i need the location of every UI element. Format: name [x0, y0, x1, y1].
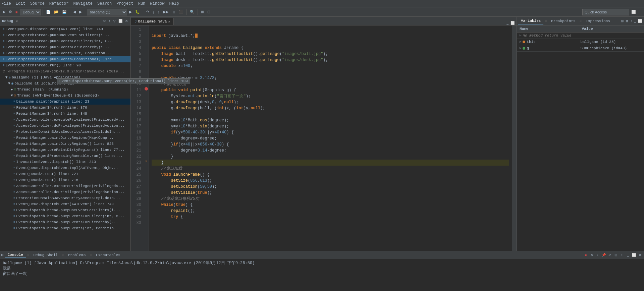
frame-item-10[interactable]: ≡ InvocationEvent.dispatch() line: 313 [0, 159, 130, 165]
frame-item-8[interactable]: ≡ RepaintManager.prePaintDirtyRegions() … [0, 147, 130, 153]
console-btn-min[interactable]: _ [625, 252, 631, 258]
vars-row-0[interactable]: ▷ no method return value [517, 33, 644, 39]
toolbar-btn-step-into[interactable]: ↓ [151, 9, 156, 15]
tab-debug-shell[interactable]: Debug Shell [31, 252, 60, 258]
vars-expand-1[interactable]: ▷ [520, 39, 521, 45]
vars-row-2[interactable]: ▷ g SunGraphics2D (id=48) [517, 45, 644, 52]
tab-close-btn[interactable]: ✕ [168, 20, 170, 23]
frame-item-21[interactable]: ≡ EventDispatchThread.pumpEvents(int, Co… [0, 225, 130, 231]
vars-btn-3[interactable]: ↕ [630, 19, 633, 23]
frame-item-11[interactable]: ≡ EventQueue.dispatchEventImpl(AWTEvent,… [0, 165, 130, 171]
editor-panel-btn-min[interactable]: _ [506, 21, 509, 25]
frame-item-17[interactable]: ≡ EventQueue.dispatchEvent(AWTEvent) lin… [0, 201, 130, 207]
frame-item-20[interactable]: ≡ EventDispatchThread.pumpEventsForHiera… [0, 219, 130, 225]
frame-item-18[interactable]: ≡ EventDispatchThread.pumpOneEventForFil… [0, 207, 130, 213]
frame-item-16[interactable]: ≡ ProtectionDomain$JavaSecurityAccessImp… [0, 195, 130, 201]
toolbar-btn-suspend[interactable]: ⏸ [170, 9, 177, 15]
editor-scrollbar[interactable] [512, 25, 517, 251]
vars-expand-0[interactable]: ▷ [520, 33, 521, 38]
tab-executables[interactable]: Executables [93, 252, 123, 258]
toolbar-btn-open[interactable]: 📂 [53, 9, 60, 15]
frame-item-7[interactable]: ≡ RepaintManager.paintDirtyRegions() lin… [0, 141, 130, 147]
toolbar-btn-step-over[interactable]: ↷ [145, 9, 151, 15]
app-node-expand-0[interactable]: ▼ [5, 75, 8, 80]
tab-console[interactable]: Console [5, 252, 26, 258]
frame-item-1[interactable]: ≡ RepaintManager$4.run() line: 876 [0, 105, 130, 111]
toolbar-btn-search[interactable]: 🔍 [189, 9, 196, 15]
toolbar-btn-minimize[interactable]: _ [638, 9, 643, 15]
toolbar-btn-resume[interactable]: ▶▶ [162, 9, 170, 15]
vars-row-1[interactable]: ▷ this ballgame (id=35) [517, 39, 644, 45]
menu-run[interactable]: Run [138, 1, 146, 6]
menu-navigate[interactable]: Navigate [73, 1, 93, 6]
toolbar-btn-step-out[interactable]: ↑ [156, 9, 161, 15]
menu-source[interactable]: Source [30, 1, 45, 6]
console-btn-close[interactable]: ✕ [637, 252, 643, 258]
debug-panel-btn-2[interactable]: ↕ [108, 19, 111, 23]
toolbar-btn-debug-arrow[interactable]: ▶ [1, 9, 7, 15]
vars-btn-1[interactable]: ⊞ [620, 19, 624, 23]
toolbar-btn-perspective2[interactable]: ⊡ [206, 9, 212, 15]
debug-config-dropdown[interactable]: Debug [20, 9, 41, 15]
frame-item-5[interactable]: ≡ ProtectionDomain$JavaSecurityAccessImp… [0, 129, 130, 135]
frame-item-9[interactable]: ≡ RepaintManager$ProcessingRunnable.run(… [0, 153, 130, 159]
frame-selected[interactable]: ≡ ballgame.paint(Graphics) line: 23 [0, 99, 130, 105]
menu-edit[interactable]: Edit [16, 1, 25, 6]
toolbar-btn-run[interactable]: ▶ [128, 9, 133, 15]
toolbar-btn-perspective1[interactable]: ⊞ [200, 9, 205, 15]
frame-item-13[interactable]: ≡ EventQueue$4.run() line: 715 [0, 177, 130, 183]
frame-item-14[interactable]: ≡ AccessController.executePrivileged(Pri… [0, 183, 130, 189]
thread-running[interactable]: ▶ ⊙ Thread [main] (Running) [0, 86, 130, 93]
menu-search[interactable]: Search [97, 1, 112, 6]
stack-frame-item[interactable]: ≡ EventDispatchThread.pumpEventsForFilte… [0, 38, 130, 44]
file-selector-dropdown[interactable]: ballgame (1) [87, 9, 127, 15]
tab-expressions[interactable]: Expressions [583, 18, 613, 24]
console-btn-scroll[interactable]: ↓ [595, 252, 600, 258]
debug-panel-btn-4[interactable]: ⬜ [118, 19, 123, 23]
toolbar-btn-settings[interactable]: ⚙ [7, 9, 13, 15]
code-content[interactable]: import java.awt.*;█ public class ballgam… [149, 25, 512, 251]
app-node-expand-1[interactable]: ▼ [8, 81, 10, 86]
tab-breakpoints[interactable]: Breakpoints [548, 18, 578, 24]
toolbar-btn-maximize[interactable]: ⬜ [630, 9, 637, 15]
console-btn-clear[interactable]: ✕ [589, 252, 594, 258]
toolbar-btn-terminate[interactable]: ⬛ [177, 9, 185, 15]
toolbar-btn-back[interactable]: ◀ [72, 9, 77, 15]
console-btn-max[interactable]: ⬜ [631, 252, 637, 258]
tab-problems[interactable]: Problems [65, 252, 89, 258]
thread-expand-0[interactable]: ▶ [11, 87, 13, 92]
breakpoint-11[interactable] [145, 87, 148, 91]
menu-project[interactable]: Project [116, 1, 133, 6]
toolbar-btn-fwd[interactable]: ▶ [78, 9, 83, 15]
debug-tree[interactable]: ≡ EventQueue.dispatchEvent(AWTEvent) lin… [0, 25, 130, 251]
toolbar-btn-debug-run[interactable]: 🐛 [134, 9, 141, 15]
quick-access-input[interactable] [582, 9, 629, 15]
vars-btn-2[interactable]: ⊠ [625, 19, 629, 23]
console-btn-pin[interactable]: 📌 [601, 252, 606, 258]
toolbar-btn-stop[interactable]: ■ [14, 9, 19, 15]
editor-panel-btn-max[interactable]: ⬜ [510, 21, 515, 25]
frame-item-4[interactable]: ≡ AccessController.doPrivileged(Privileg… [0, 123, 130, 129]
stack-frame-item-highlighted[interactable]: ≡ EventDispatchThread.pumpEvents(Conditi… [0, 56, 130, 62]
frame-item-12[interactable]: ≡ EventQueue$4.run() line: 721 [0, 171, 130, 177]
stack-frame-item[interactable]: ≡ EventQueue.dispatchEvent(AWTEvent) lin… [0, 26, 130, 32]
menu-window[interactable]: Window [150, 1, 164, 6]
console-btn-stop[interactable]: ■ [583, 252, 588, 258]
vars-btn-min[interactable]: _ [633, 19, 637, 23]
frame-item-19[interactable]: ≡ EventDispatchThread.pumpEventsForFilte… [0, 213, 130, 219]
console-btn-word-wrap[interactable]: ↵ [607, 252, 612, 258]
thread-expand-1[interactable]: ▼ [11, 93, 13, 98]
debug-panel-btn-3[interactable]: ▽ [112, 19, 116, 23]
menu-file[interactable]: File [1, 1, 11, 6]
stack-frame-item[interactable]: ≡ EventDispatchThread.run() line: 90 [0, 62, 130, 68]
tab-variables[interactable]: Variables [518, 18, 543, 24]
frame-item-15[interactable]: ≡ AccessController.doPrivileged(Privileg… [0, 189, 130, 195]
frame-item-6[interactable]: ≡ RepaintManager.paintDirtyRegions(Map<C… [0, 135, 130, 141]
stack-frame-item[interactable]: ≡ EventDispatchThread.pumpEventsForHiera… [0, 44, 130, 50]
toolbar-btn-save[interactable]: 💾 [61, 9, 68, 15]
console-btn-1[interactable]: ↕ [619, 252, 625, 258]
thread-suspended[interactable]: ▼ ⊙ Thread [AWT-EventQueue-0] (Suspended… [0, 93, 130, 99]
console-btn-open-console[interactable]: ⊞ [613, 252, 619, 258]
debug-panel-btn-5[interactable]: ✕ [124, 19, 128, 23]
menu-refactor[interactable]: Refactor [49, 1, 69, 6]
